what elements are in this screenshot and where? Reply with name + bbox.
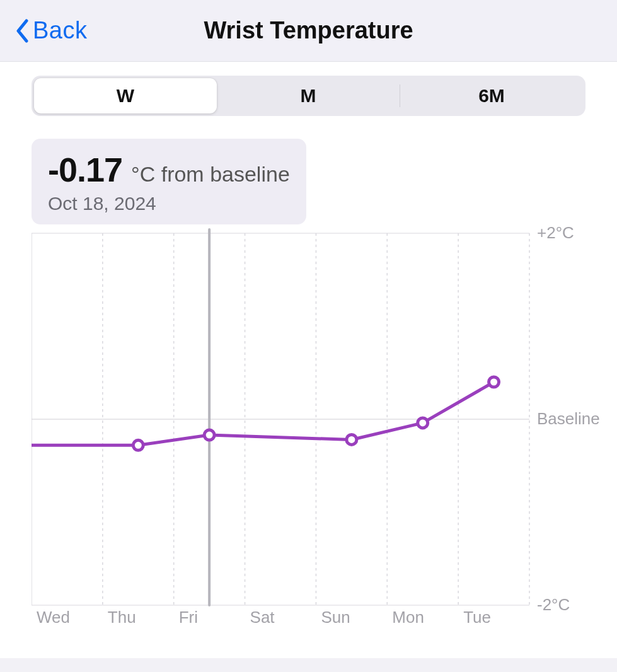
chart-container: -0.17 °C from baseline Oct 18, 2024 +2°C… [32,139,585,630]
x-axis-label: Fri [179,608,198,627]
callout-unit: °C from baseline [131,162,290,187]
svg-point-16 [489,377,499,387]
back-button[interactable]: Back [0,17,87,44]
chevron-left-icon [15,19,29,43]
y-axis-label: Baseline [537,409,600,429]
svg-point-13 [204,430,214,440]
callout-date: Oct 18, 2024 [48,193,290,214]
segment-month[interactable]: M [217,78,400,113]
svg-point-14 [347,434,357,444]
back-label: Back [33,17,87,44]
segment-six-month[interactable]: 6M [400,78,583,113]
x-axis-label: Thu [108,608,136,627]
x-axis-label: Tue [463,608,491,627]
segmented-control: W M 6M [32,76,585,116]
page-title: Wrist Temperature [0,17,617,44]
svg-point-12 [133,440,143,450]
segment-label: W [117,85,134,107]
segment-label: 6M [478,85,505,107]
x-axis-label: Sun [321,608,350,627]
callout-value: -0.17 [48,150,122,189]
nav-bar: Back Wrist Temperature [0,0,617,62]
y-axis-label: -2°C [537,595,570,615]
segment-week[interactable]: W [34,78,217,113]
y-axis-label: +2°C [537,223,574,243]
content: W M 6M -0.17 °C from baseline Oct 18, 20… [0,62,617,630]
svg-point-15 [418,418,428,428]
footer-bar [0,658,617,672]
x-axis-label: Wed [37,608,70,627]
x-axis-label: Sat [250,608,275,627]
x-axis-label: Mon [392,608,424,627]
data-callout: -0.17 °C from baseline Oct 18, 2024 [32,139,306,224]
segment-label: M [301,85,316,107]
